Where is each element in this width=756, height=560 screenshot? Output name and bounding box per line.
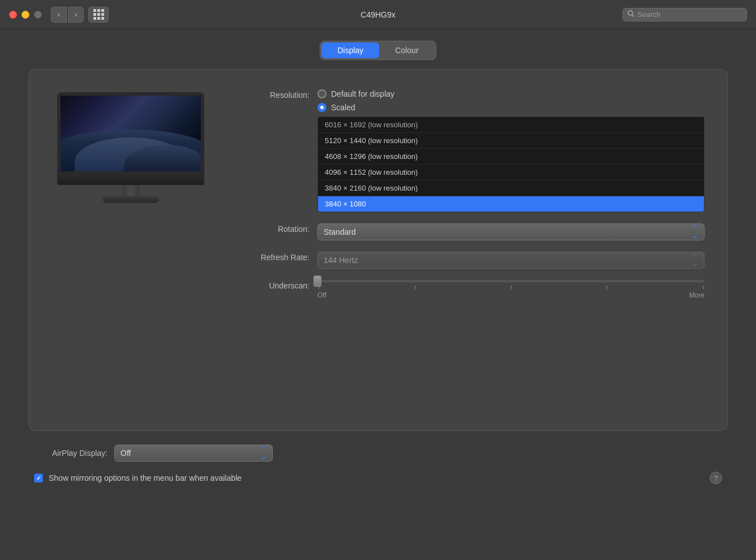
monitor-base — [102, 196, 159, 203]
monitor-container — [51, 87, 210, 203]
bottom-section: AirPlay Display: Off ⌃ ⌄ ✓ Show mirrorin… — [28, 445, 728, 484]
mirroring-label: Show mirroring options in the menu bar w… — [49, 473, 242, 483]
titlebar: ‹ › C49HG9x Search — [0, 0, 756, 29]
checkmark-icon: ✓ — [36, 475, 41, 482]
monitor-bezel-bottom — [57, 175, 204, 185]
traffic-lights — [9, 11, 42, 19]
underscan-more-label: More — [689, 291, 705, 299]
close-button[interactable] — [9, 11, 17, 19]
underscan-track — [317, 280, 705, 282]
display-panel: Resolution: Default for display Scaled — [28, 69, 728, 431]
underscan-off-label: Off — [317, 291, 327, 299]
search-icon — [628, 10, 634, 19]
forward-button[interactable]: › — [68, 7, 84, 23]
tabs-container: Display Colour — [28, 41, 728, 60]
search-placeholder: Search — [637, 10, 660, 19]
resolution-item[interactable]: 4096 × 1152 (low resolution) — [318, 165, 704, 180]
mirroring-row: ✓ Show mirroring options in the menu bar… — [34, 472, 722, 484]
airplay-select[interactable]: Off ⌃ ⌄ — [114, 445, 273, 462]
grid-button[interactable] — [88, 7, 109, 23]
main-content: Display Colour — [0, 29, 756, 496]
rotation-label: Rotation: — [233, 223, 317, 234]
rotation-value: Standard — [324, 227, 356, 236]
resolution-list: 6016 × 1692 (low resolution) 5120 × 1440… — [317, 117, 705, 212]
resolution-item[interactable]: 6016 × 1692 (low resolution) — [318, 117, 704, 133]
resolution-scaled-radio[interactable] — [317, 103, 327, 112]
resolution-default-radio[interactable] — [317, 89, 327, 98]
settings-area: Resolution: Default for display Scaled — [233, 87, 705, 311]
resolution-item[interactable]: 3840 × 2160 (low resolution) — [318, 180, 704, 196]
grid-icon — [93, 9, 104, 20]
refresh-rate-value: 144 Hertz — [324, 256, 358, 265]
window-title: C49HG9x — [360, 10, 395, 19]
tab-colour[interactable]: Colour — [379, 42, 434, 58]
rotation-select[interactable]: Standard ⌃ ⌄ — [317, 223, 705, 240]
underscan-control: Off More — [317, 280, 705, 299]
resolution-control: Default for display Scaled 6016 × 1692 (… — [317, 89, 705, 212]
chevron-updown-icon: ⌃ ⌄ — [691, 226, 698, 238]
tabs-wrapper: Display Colour — [320, 41, 436, 60]
underscan-label: Underscan: — [233, 280, 317, 290]
airplay-row: AirPlay Display: Off ⌃ ⌄ — [34, 445, 722, 462]
refresh-rate-label: Refresh Rate: — [233, 252, 317, 262]
resolution-row: Resolution: Default for display Scaled — [233, 89, 705, 212]
resolution-scaled-option[interactable]: Scaled — [317, 103, 705, 112]
refresh-rate-select[interactable]: 144 Hertz ⌃ ⌄ — [317, 252, 705, 269]
rotation-row: Rotation: Standard ⌃ ⌄ — [233, 223, 705, 240]
resolution-item[interactable]: 4608 × 1296 (low resolution) — [318, 149, 704, 165]
underscan-row: Underscan: — [233, 280, 705, 299]
slider-ticks — [317, 286, 705, 289]
minimize-button[interactable] — [22, 11, 29, 19]
slider-labels: Off More — [317, 291, 705, 299]
slider-tick — [511, 286, 512, 289]
refresh-rate-row: Refresh Rate: 144 Hertz ⌃ ⌄ — [233, 252, 705, 269]
monitor-neck — [122, 185, 139, 196]
slider-tick — [703, 286, 703, 289]
resolution-radio-group: Default for display Scaled — [317, 89, 705, 112]
airplay-chevron-icon: ⌃ ⌄ — [259, 447, 267, 459]
underscan-slider-container: Off More — [317, 280, 705, 299]
monitor-stand — [57, 185, 204, 203]
resolution-item[interactable]: 5120 × 1440 (low resolution) — [318, 133, 704, 149]
monitor-image — [57, 92, 204, 203]
resolution-item-selected[interactable]: 3840 × 1080 — [318, 196, 704, 212]
underscan-thumb[interactable] — [313, 275, 321, 287]
refresh-rate-control: 144 Hertz ⌃ ⌄ — [317, 252, 705, 269]
slider-tick — [607, 286, 607, 289]
back-button[interactable]: ‹ — [51, 7, 67, 23]
maximize-button[interactable] — [34, 11, 42, 19]
chevron-updown-disabled-icon: ⌃ ⌄ — [691, 254, 698, 266]
rotation-control: Standard ⌃ ⌄ — [317, 223, 705, 240]
resolution-default-option[interactable]: Default for display — [317, 89, 705, 98]
mirroring-checkbox[interactable]: ✓ — [34, 473, 43, 483]
svg-line-1 — [632, 15, 634, 16]
resolution-scaled-label: Scaled — [331, 103, 355, 112]
monitor-screen-image — [61, 96, 201, 171]
tab-display[interactable]: Display — [321, 42, 379, 58]
panel-content: Resolution: Default for display Scaled — [51, 87, 705, 311]
slider-tick — [415, 286, 415, 289]
help-button[interactable]: ? — [710, 472, 722, 484]
airplay-label: AirPlay Display: — [34, 449, 108, 458]
resolution-default-label: Default for display — [331, 89, 394, 98]
nav-buttons: ‹ › — [51, 7, 84, 23]
airplay-value: Off — [121, 449, 131, 458]
resolution-label: Resolution: — [233, 89, 317, 100]
search-bar[interactable]: Search — [622, 8, 747, 21]
monitor-screen — [57, 92, 204, 175]
